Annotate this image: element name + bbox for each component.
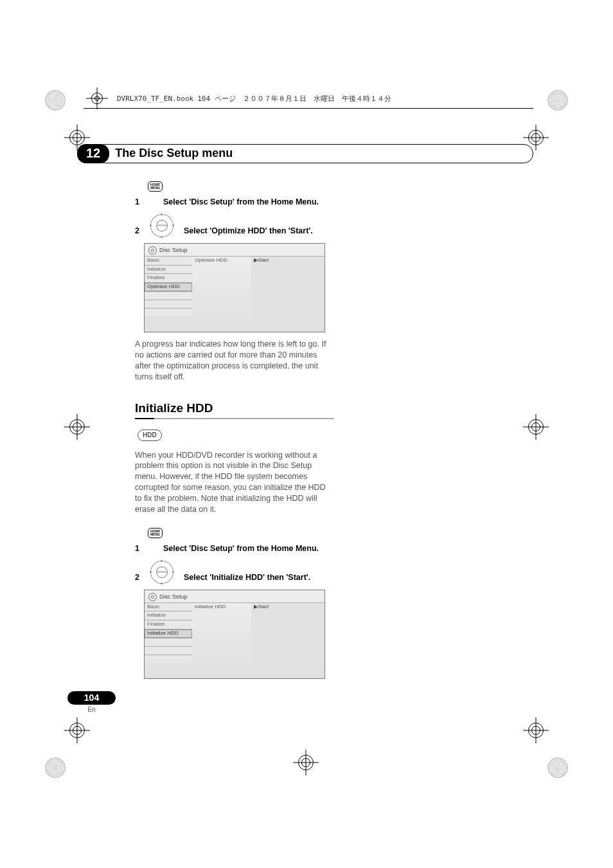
menu-item: Basic: [145, 602, 192, 611]
home-menu-icon: HOME MENU: [148, 528, 163, 538]
registration-mark: [297, 754, 315, 772]
step-number: 1: [135, 197, 139, 206]
step-number: 1: [135, 544, 139, 553]
crop-mark: [45, 757, 66, 778]
menu-item-highlighted: Optimize HDD: [145, 282, 192, 291]
screenshot-title: Disc Setup: [159, 593, 188, 601]
registration-mark-icon: [90, 91, 104, 105]
menu-item-empty: [145, 638, 192, 646]
menu-item: Finalize: [145, 620, 192, 629]
chapter-number: 12: [77, 144, 109, 163]
chapter-header: 12 The Disc Setup menu: [84, 144, 533, 163]
page-content: DVRLX70_TF_EN.book 104 ページ ２００７年８月１日 水曜日…: [84, 90, 533, 752]
step-number: 2: [135, 573, 139, 582]
step-text: Select 'Disc Setup' from the Home Menu.: [163, 197, 319, 206]
menu-item-empty: [145, 308, 192, 316]
disc-icon: [148, 593, 157, 601]
start-action: ▶Start: [251, 256, 324, 316]
crop-mark: [547, 90, 568, 111]
page-number: 104: [67, 691, 116, 705]
menu-item-empty: [145, 291, 192, 300]
hdd-badge: HDD: [138, 429, 162, 441]
step-text: Select 'Initialize HDD' then 'Start'.: [184, 573, 310, 582]
page-language: En: [67, 706, 116, 713]
content-column: HOME MENU 1 Select 'Disc Setup' from the…: [135, 181, 334, 679]
menu-item-highlighted: Initialize HDD: [145, 629, 192, 638]
home-menu-icon-wrap: HOME MENU: [135, 528, 334, 539]
menu-item: Basic: [145, 256, 192, 265]
ui-screenshot-initialize: Disc Setup Basic Initialize Finalize Ini…: [144, 590, 325, 679]
print-header: DVRLX70_TF_EN.book 104 ページ ２００７年８月１日 水曜日…: [84, 90, 533, 109]
body-paragraph: When your HDD/DVD recorder is working wi…: [135, 450, 334, 515]
step-number: 2: [135, 226, 139, 235]
enter-dpad-icon: ENTER: [148, 558, 176, 586]
step-text: Select 'Disc Setup' from the Home Menu.: [163, 544, 319, 553]
step-text: Select 'Optimize HDD' then 'Start'.: [184, 226, 313, 235]
header-page-info: 104 ページ ２００７年８月１日 水曜日 午後４時１４分: [197, 94, 391, 104]
section-divider: [135, 418, 334, 419]
crop-mark: [45, 90, 66, 111]
header-filename: DVRLX70_TF_EN.book: [117, 95, 193, 103]
home-menu-icon: HOME MENU: [148, 181, 163, 192]
step-1: 1 Select 'Disc Setup' from the Home Menu…: [135, 197, 334, 208]
home-menu-icon-wrap: HOME MENU: [135, 181, 334, 193]
menu-item-empty: [145, 646, 192, 655]
menu-item-empty: [145, 300, 192, 308]
page-number-badge: 104 En: [67, 691, 116, 713]
option-label: Optimize HDD: [192, 256, 251, 316]
menu-item-empty: [145, 655, 192, 663]
enter-dpad-icon: ENTER: [148, 212, 176, 240]
start-action: ▶Start: [251, 602, 324, 663]
ui-screenshot-optimize: Disc Setup Basic Initialize Finalize Opt…: [144, 243, 325, 332]
menu-item: Initialize: [145, 611, 192, 620]
crop-mark: [547, 757, 568, 778]
option-label: Initialize HDD: [192, 602, 251, 663]
body-paragraph: A progress bar indicates how long there …: [135, 339, 334, 383]
step-1: 1 Select 'Disc Setup' from the Home Menu…: [135, 543, 334, 554]
section-heading: Initialize HDD: [135, 400, 334, 417]
screenshot-title: Disc Setup: [159, 246, 188, 254]
menu-item: Initialize: [145, 265, 192, 274]
menu-item: Finalize: [145, 273, 192, 282]
disc-icon: [148, 246, 157, 255]
chapter-title: The Disc Setup menu: [95, 144, 533, 163]
